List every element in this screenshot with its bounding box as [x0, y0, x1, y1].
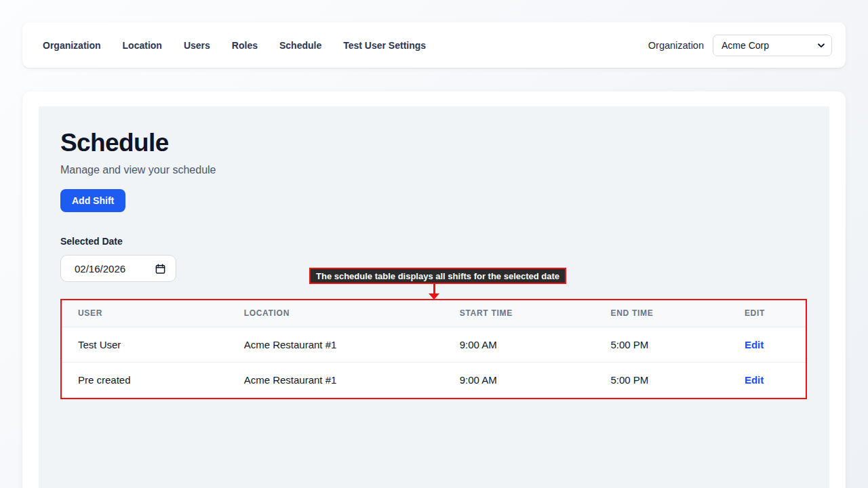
calendar-icon[interactable]	[155, 264, 165, 274]
cell-start-time: 9:00 AM	[443, 362, 595, 397]
column-header-end-time: END TIME	[594, 300, 728, 327]
annotation-arrow	[433, 284, 435, 293]
nav-item-location[interactable]: Location	[123, 40, 162, 51]
cell-edit: Edit	[728, 327, 806, 362]
schedule-table-highlight: USER LOCATION START TIME END TIME EDIT T…	[60, 299, 807, 399]
schedule-table: USER LOCATION START TIME END TIME EDIT T…	[62, 300, 806, 397]
selected-date-label: Selected Date	[60, 236, 123, 247]
organization-select[interactable]: Acme Corp	[713, 35, 832, 56]
page-title: Schedule	[60, 129, 169, 157]
organization-select-wrap: Acme Corp	[713, 35, 832, 56]
top-navbar: Organization Location Users Roles Schedu…	[22, 22, 846, 68]
nav-item-roles[interactable]: Roles	[232, 40, 258, 51]
column-header-edit: EDIT	[728, 300, 806, 327]
cell-end-time: 5:00 PM	[594, 327, 728, 362]
nav-item-test-user-settings[interactable]: Test User Settings	[343, 40, 426, 51]
schedule-panel: Schedule Manage and view your schedule A…	[39, 106, 829, 488]
cell-edit: Edit	[728, 362, 806, 397]
page-subtitle: Manage and view your schedule	[60, 164, 216, 176]
table-row: Pre created Acme Restaurant #1 9:00 AM 5…	[62, 362, 806, 397]
column-header-user: USER	[62, 300, 228, 327]
cell-end-time: 5:00 PM	[594, 362, 728, 397]
edit-link[interactable]: Edit	[745, 374, 764, 386]
organization-select-label: Organization	[648, 40, 704, 51]
main-nav: Organization Location Users Roles Schedu…	[43, 40, 426, 51]
selected-date-value: 02/16/2026	[75, 263, 125, 274]
nav-item-users[interactable]: Users	[184, 40, 210, 51]
nav-item-schedule[interactable]: Schedule	[279, 40, 321, 51]
annotation-tooltip: The schedule table displays all shifts f…	[309, 268, 566, 284]
cell-location: Acme Restaurant #1	[228, 362, 443, 397]
main-card: Schedule Manage and view your schedule A…	[22, 92, 846, 488]
table-row: Test User Acme Restaurant #1 9:00 AM 5:0…	[62, 327, 806, 362]
cell-user: Test User	[62, 327, 228, 362]
selected-date-input[interactable]: 02/16/2026	[60, 255, 176, 282]
table-header-row: USER LOCATION START TIME END TIME EDIT	[62, 300, 806, 327]
cell-user: Pre created	[62, 362, 228, 397]
nav-item-organization[interactable]: Organization	[43, 40, 101, 51]
column-header-start-time: START TIME	[443, 300, 595, 327]
cell-location: Acme Restaurant #1	[228, 327, 443, 362]
edit-link[interactable]: Edit	[745, 339, 764, 350]
cell-start-time: 9:00 AM	[443, 327, 595, 362]
column-header-location: LOCATION	[228, 300, 443, 327]
add-shift-button[interactable]: Add Shift	[60, 189, 125, 212]
